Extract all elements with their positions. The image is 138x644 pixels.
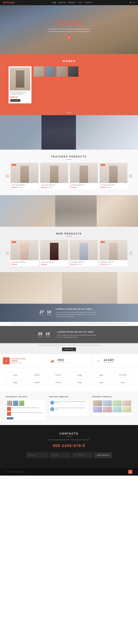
featured-divider [66, 159, 72, 160]
counter-hours-num-1: 10 [47, 310, 52, 314]
hero-subtitle: Lorem ipsum dolor sit amet, consectetur … [46, 28, 92, 33]
pinterest-item-3[interactable] [112, 400, 122, 406]
nav-about[interactable]: ABOUT US [59, 2, 66, 4]
women-thumb-4[interactable] [68, 66, 78, 77]
pinterest-box [92, 399, 132, 416]
facebook-like-button[interactable]: 👍 Like [7, 417, 13, 420]
new-product-image-4 [100, 240, 128, 260]
fb-thumb-1 [7, 400, 12, 406]
pinterest-item-4[interactable] [122, 400, 131, 406]
promo-counter-1: 27 DAYS 10 HOURS [39, 310, 52, 316]
pinterest-heading: PINTERST PROFILE [92, 396, 132, 398]
feature-satisfaction: ✓ SATISFACTION 100% GUARANTEED [0, 354, 46, 368]
counter-hours-1: 10 HOURS [47, 310, 52, 316]
feature-return-line1: 14 DAY [104, 358, 114, 362]
footer-copyright: © 2015 StyleX. All rights reserved. [6, 471, 25, 472]
search-icon[interactable]: 🔍 [130, 2, 132, 4]
featured-slider: ‹ SALE Lorem ipsum dolor skirt $149.90 $… [6, 163, 132, 190]
cart-icon[interactable]: 🛒 [133, 2, 135, 4]
counter-days-num-2: 20 [38, 332, 43, 336]
brand-logo-3[interactable]: LOGO [49, 372, 68, 378]
new-product-figure-1 [20, 243, 29, 260]
product-image-4 [100, 163, 128, 183]
nav-contacts[interactable]: CONTACTS [84, 2, 92, 4]
women-more-link-wrap: MORE [0, 109, 138, 115]
counter-days-2: 20 DAYS [38, 332, 43, 338]
contact-name-input[interactable] [26, 452, 48, 458]
new-product-figure-3 [79, 243, 88, 260]
brand-logo-9[interactable]: LOGO [49, 380, 68, 386]
brand-logo-1[interactable]: Logo [6, 372, 25, 378]
contact-email-input[interactable] [49, 452, 71, 458]
logo-x: X [13, 1, 15, 4]
brand-logo-12[interactable]: Logo [113, 380, 132, 386]
counter-hours-label-2: HOURS [45, 336, 50, 338]
promo-shop-now-button[interactable]: SHOP NOW [62, 348, 76, 351]
product-price-new-1: $149.90 [11, 186, 17, 188]
product-price-new-2: $125.90 [41, 186, 47, 188]
brand-logo-11[interactable]: Logo [92, 380, 111, 386]
hero-section: STYLEX Lorem ipsum dolor sit amet, conse… [0, 5, 138, 54]
women-thumb-row-1 [34, 66, 130, 77]
new-product-price-2: $189.90 [41, 264, 47, 265]
pinterest-item-1[interactable] [93, 400, 102, 406]
feature-return-line2: EASY RETURN [104, 362, 114, 363]
contacts-phone: 800 2345-678-9 [6, 444, 132, 448]
feature-shipping-line1: FREE [58, 359, 65, 362]
brand-logo-5[interactable]: logo [92, 372, 111, 378]
women-product-price: $258.89 [10, 96, 30, 99]
brand-logo-10[interactable]: Logo [70, 380, 89, 386]
women-thumb-3[interactable] [57, 66, 67, 77]
women-more-link[interactable]: MORE [67, 112, 71, 113]
product-price-old-4: $289.00 [107, 187, 112, 188]
brand-logo-7[interactable]: Logo [6, 380, 25, 386]
nav-services[interactable]: SERVICES [68, 2, 75, 4]
pinterest-item-2[interactable] [103, 400, 112, 406]
pinterest-item-6[interactable] [103, 407, 112, 412]
featured-product-4: SALE Lorem ipsum dolor outfit $245.90 $2… [100, 163, 128, 190]
women-heading: WOMEN [8, 60, 130, 63]
feature-satisfaction-text: SATISFACTION 100% GUARANTEED [11, 358, 26, 364]
nav-style[interactable]: STYLE [78, 2, 82, 4]
twitter-box: Lorem ipsum dolor sit amet consectetur a… [49, 399, 89, 416]
contacts-heading: CONTACTS [6, 432, 132, 435]
women-add-to-cart-button[interactable]: ADD TO CART [10, 99, 20, 102]
featured-next-arrow[interactable]: › [129, 174, 132, 178]
new-product-price-row-1: $149.90 [11, 264, 38, 265]
new-products-slider: ‹ NEW Lorem ipsum dolor dress $149.90 [6, 240, 132, 266]
counter-hours-num-2: 10 [45, 332, 50, 336]
new-products-prev-arrow[interactable]: ‹ [6, 252, 9, 255]
product-info-4: Lorem ipsum dolor outfit $245.90 $289.00 [100, 183, 128, 190]
women-thumb-1[interactable] [34, 66, 44, 77]
featured-prev-arrow[interactable]: ‹ [6, 174, 9, 178]
new-product-figure-2 [50, 243, 59, 260]
nav-home[interactable]: HOME [52, 2, 56, 4]
product-price-new-4: $245.90 [100, 186, 106, 188]
tweet-avatar-1 [50, 400, 54, 405]
counter-days-1: 27 DAYS [39, 310, 44, 316]
return-icon: ↩ [97, 359, 100, 362]
pinterest-item-8[interactable] [122, 407, 131, 412]
pinterest-item-7[interactable] [112, 407, 122, 412]
brand-logo-2[interactable]: LOGO [27, 372, 46, 378]
brand-logo-8[interactable]: LOGO [27, 380, 46, 386]
hero-cta-button[interactable]: ▼ [67, 35, 71, 40]
brand-logo-6[interactable]: STYLEX [113, 372, 132, 378]
logo[interactable]: STYLEX [3, 1, 15, 4]
logo-text: STYLE [3, 1, 13, 4]
contact-send-button[interactable]: SEND MESSAGE [94, 452, 112, 458]
new-product-image-3 [70, 240, 98, 260]
new-product-price-row-3: $210.90 $250.00 [71, 264, 97, 265]
brand-logo-4[interactable]: Logo [70, 372, 89, 378]
back-to-top-button[interactable]: ▲ [128, 470, 132, 474]
contact-message-input[interactable] [72, 452, 93, 458]
product-name-3: Lorem ipsum dolor coat [71, 184, 97, 186]
new-product-old-price-3: $250.00 [77, 264, 82, 265]
women-thumb-2[interactable] [45, 66, 56, 77]
contacts-divider [66, 436, 72, 437]
new-products-next-arrow[interactable]: › [129, 252, 132, 255]
feature-satisfaction-line3: GUARANTEED [11, 362, 26, 364]
pinterest-item-5[interactable] [93, 407, 102, 412]
checkmark-icon: ✓ [5, 359, 7, 362]
product-price-new-3: $218.90 [71, 186, 76, 188]
